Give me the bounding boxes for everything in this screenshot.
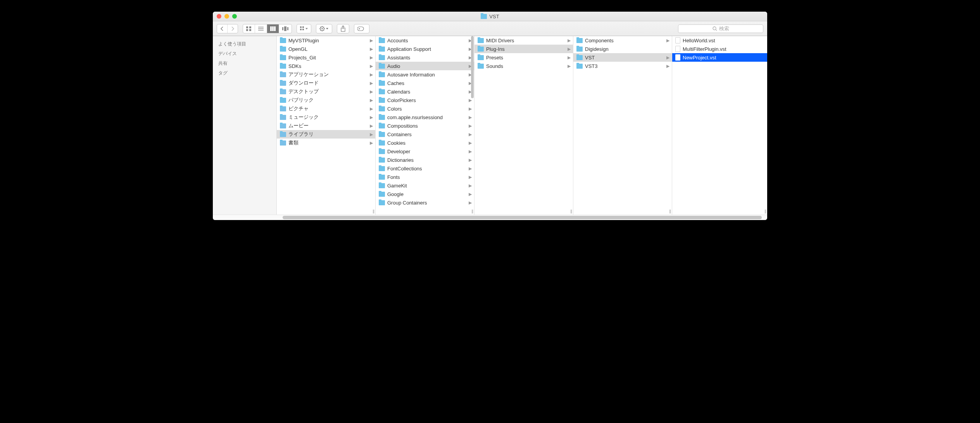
- folder-row[interactable]: Compositions▶: [376, 121, 474, 130]
- vertical-scrollbar[interactable]: [471, 36, 474, 98]
- zoom-window-button[interactable]: [232, 14, 237, 19]
- item-label: ライブラリ: [288, 131, 370, 138]
- list-view-button[interactable]: [255, 24, 267, 33]
- folder-row[interactable]: Components▶: [573, 36, 672, 45]
- folder-row[interactable]: アプリケーション▶: [277, 70, 375, 79]
- item-label: MIDI Drivers: [486, 38, 568, 43]
- sidebar-section[interactable]: よく使う項目: [213, 39, 276, 49]
- horizontal-scrollbar[interactable]: [213, 215, 767, 220]
- folder-row[interactable]: Audio▶: [376, 62, 474, 70]
- minimize-window-button[interactable]: [224, 14, 229, 19]
- folder-icon: [576, 47, 583, 52]
- folder-row[interactable]: Colors▶: [376, 104, 474, 113]
- folder-icon: [379, 175, 385, 180]
- folder-row[interactable]: OpenGL▶: [277, 45, 375, 53]
- folder-row[interactable]: Autosave Information▶: [376, 70, 474, 79]
- chevron-right-icon: ▶: [469, 200, 472, 205]
- folder-row[interactable]: com.apple.nsurlsessiond▶: [376, 113, 474, 121]
- item-label: Colors: [387, 106, 469, 112]
- folder-row[interactable]: ピクチャ▶: [277, 104, 375, 113]
- column-resize-handle[interactable]: ||: [471, 209, 473, 213]
- item-label: Sounds: [486, 63, 568, 69]
- folder-row[interactable]: VST▶: [573, 53, 672, 62]
- chevron-right-icon: ▶: [469, 175, 472, 180]
- folder-row[interactable]: GameKit▶: [376, 181, 474, 190]
- folder-icon: [280, 115, 286, 120]
- search-field[interactable]: 検索: [678, 24, 763, 33]
- folder-row[interactable]: FontCollections▶: [376, 164, 474, 173]
- sidebar-section[interactable]: 共有: [213, 59, 276, 68]
- file-row[interactable]: MultiFilterPlugin.vst: [672, 45, 767, 53]
- folder-row[interactable]: MyVSTPlugin▶: [277, 36, 375, 45]
- folder-row[interactable]: ミュージック▶: [277, 113, 375, 121]
- folder-row[interactable]: Presets▶: [474, 53, 573, 62]
- close-window-button[interactable]: [217, 14, 221, 19]
- column-browser: MyVSTPlugin▶OpenGL▶Projects_Git▶SDKs▶アプリ…: [277, 36, 767, 215]
- folder-row[interactable]: Fonts▶: [376, 173, 474, 181]
- svg-rect-4: [258, 27, 264, 28]
- column-resize-handle[interactable]: ||: [570, 209, 572, 213]
- item-label: Developer: [387, 149, 469, 154]
- folder-icon: [379, 183, 385, 188]
- folder-row[interactable]: ダウンロード▶: [277, 79, 375, 87]
- folder-row[interactable]: Digidesign: [573, 45, 672, 53]
- folder-row[interactable]: デスクトップ▶: [277, 87, 375, 96]
- svg-rect-6: [258, 30, 264, 31]
- column: Accounts▶Application Support▶Assistants▶…: [376, 36, 474, 215]
- folder-row[interactable]: SDKs▶: [277, 62, 375, 70]
- folder-row[interactable]: Cookies▶: [376, 139, 474, 147]
- folder-row[interactable]: ライブラリ▶: [277, 130, 375, 139]
- folder-icon: [379, 106, 385, 111]
- action-menu[interactable]: [316, 24, 332, 33]
- folder-row[interactable]: パブリック▶: [277, 96, 375, 104]
- folder-row[interactable]: VST3▶: [573, 62, 672, 70]
- column-resize-handle[interactable]: ||: [669, 209, 671, 213]
- icon-view-button[interactable]: [243, 24, 255, 33]
- column-resize-handle[interactable]: ||: [373, 209, 374, 213]
- action-button[interactable]: [316, 24, 332, 33]
- folder-row[interactable]: Developer▶: [376, 147, 474, 156]
- forward-button[interactable]: [228, 24, 238, 33]
- column-resize-handle[interactable]: ||: [764, 209, 766, 213]
- folder-row[interactable]: Google▶: [376, 190, 474, 198]
- folder-row[interactable]: Accounts▶: [376, 36, 474, 45]
- chevron-right-icon: ▶: [370, 106, 373, 111]
- item-label: ダウンロード: [288, 80, 370, 87]
- folder-row[interactable]: Containers▶: [376, 130, 474, 139]
- folder-row[interactable]: ムービー▶: [277, 121, 375, 130]
- folder-icon: [280, 38, 286, 43]
- folder-row[interactable]: 書類▶: [277, 139, 375, 147]
- folder-icon: [379, 132, 385, 137]
- folder-row[interactable]: Caches▶: [376, 79, 474, 87]
- folder-row[interactable]: Group Containers▶: [376, 198, 474, 207]
- chevron-right-icon: ▶: [370, 47, 373, 52]
- chevron-right-icon: ▶: [469, 98, 472, 103]
- folder-row[interactable]: Plug-Ins▶: [474, 45, 573, 53]
- chevron-right-icon: ▶: [666, 64, 669, 69]
- back-button[interactable]: [217, 24, 228, 33]
- folder-row[interactable]: Projects_Git▶: [277, 53, 375, 62]
- chevron-right-icon: ▶: [370, 115, 373, 120]
- share-button[interactable]: [337, 24, 349, 33]
- folder-icon: [478, 64, 484, 69]
- sidebar-section[interactable]: タグ: [213, 68, 276, 78]
- tags-button[interactable]: [354, 24, 369, 33]
- arrange-button[interactable]: [297, 24, 311, 33]
- folder-row[interactable]: MIDI Drivers▶: [474, 36, 573, 45]
- arrange-menu[interactable]: [297, 24, 311, 33]
- scrollbar-thumb[interactable]: [283, 216, 762, 219]
- folder-row[interactable]: Dictionaries▶: [376, 156, 474, 164]
- folder-row[interactable]: Calendars▶: [376, 87, 474, 96]
- folder-row[interactable]: Application Support▶: [376, 45, 474, 53]
- folder-row[interactable]: Assistants▶: [376, 53, 474, 62]
- column-view-button[interactable]: [267, 24, 279, 33]
- search-placeholder: 検索: [719, 25, 729, 32]
- file-row[interactable]: HelloWorld.vst: [672, 36, 767, 45]
- folder-icon: [379, 89, 385, 94]
- folder-row[interactable]: ColorPickers▶: [376, 96, 474, 104]
- chevron-right-icon: ▶: [469, 132, 472, 137]
- sidebar-section[interactable]: デバイス: [213, 49, 276, 59]
- coverflow-view-button[interactable]: [279, 24, 292, 33]
- file-row[interactable]: NewProject.vst: [672, 53, 767, 62]
- folder-row[interactable]: Sounds▶: [474, 62, 573, 70]
